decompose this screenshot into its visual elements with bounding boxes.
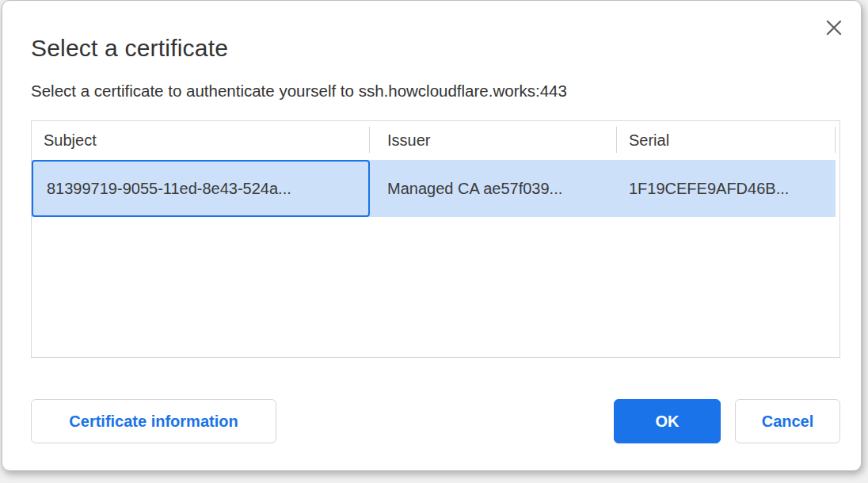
certificate-table: Subject Issuer Serial 81399719-9055-11ed… [31,120,840,358]
cell-issuer[interactable]: Managed CA ae57f039... [370,160,617,217]
cancel-button[interactable]: Cancel [735,399,840,443]
column-header-serial[interactable]: Serial [617,121,836,160]
certificate-information-button[interactable]: Certificate information [31,399,276,443]
ok-button[interactable]: OK [614,399,721,443]
column-header-issuer[interactable]: Issuer [370,121,617,160]
close-button[interactable] [823,17,845,39]
certificate-row-selected[interactable]: 81399719-9055-11ed-8e43-524a... Managed … [32,160,836,217]
cell-subject[interactable]: 81399719-9055-11ed-8e43-524a... [32,160,370,217]
certificate-select-dialog: Select a certificate Select a certificat… [2,0,862,471]
table-header-row: Subject Issuer Serial [32,121,839,160]
column-header-subject[interactable]: Subject [32,121,370,160]
close-icon [825,19,843,36]
cell-serial[interactable]: 1F19CEFE9AFD46B... [617,160,836,217]
dialog-title: Select a certificate [31,35,228,62]
dialog-subtitle: Select a certificate to authenticate you… [31,82,567,101]
